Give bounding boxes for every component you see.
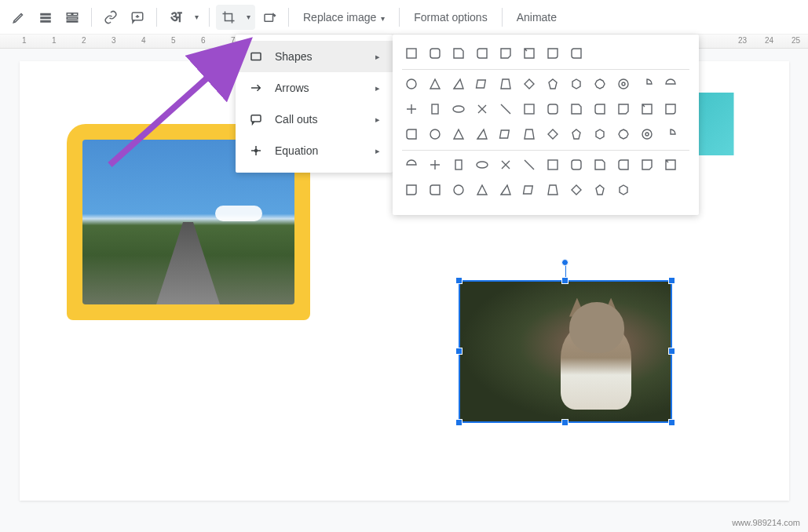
shape-option-5-11[interactable]: [661, 155, 680, 174]
shape-option-2-11[interactable]: [661, 75, 680, 93]
table-icon[interactable]: [33, 5, 58, 30]
shape-option-5-10[interactable]: [638, 155, 656, 174]
menu-item-arrows[interactable]: Arrows ▸: [236, 72, 393, 104]
resize-handle-mr[interactable]: [668, 348, 675, 355]
shape-option-4-6[interactable]: [543, 125, 562, 144]
resize-handle-ml[interactable]: [455, 348, 462, 355]
shape-option-1-4[interactable]: [496, 44, 515, 63]
shape-option-6-3[interactable]: [473, 180, 492, 199]
shape-row-2: [402, 75, 689, 93]
shape-option-3-8[interactable]: [590, 100, 609, 118]
shape-option-6-2[interactable]: [449, 180, 468, 199]
resize-handle-bm[interactable]: [561, 419, 569, 426]
shape-option-2-0[interactable]: [402, 75, 421, 93]
shape-option-5-5[interactable]: [520, 155, 539, 174]
shape-option-1-0[interactable]: [402, 44, 421, 63]
shape-option-5-3[interactable]: [473, 155, 492, 174]
shape-option-2-10[interactable]: [638, 75, 656, 93]
replace-image-button[interactable]: Replace image ▾: [295, 6, 393, 28]
shape-option-1-5[interactable]: [520, 44, 539, 63]
shape-option-5-9[interactable]: [614, 155, 633, 174]
shape-option-5-1[interactable]: [426, 155, 444, 174]
shape-option-1-2[interactable]: [449, 44, 468, 63]
resize-handle-tl[interactable]: [455, 277, 462, 284]
shape-option-4-4[interactable]: [496, 125, 515, 144]
shape-option-5-4[interactable]: [496, 155, 515, 174]
resize-handle-tr[interactable]: [668, 277, 675, 284]
shape-option-4-10[interactable]: [638, 125, 656, 144]
shape-option-3-6[interactable]: [543, 100, 562, 118]
shape-option-6-5[interactable]: [520, 180, 539, 199]
shape-option-6-4[interactable]: [496, 180, 515, 199]
shape-option-3-7[interactable]: [567, 100, 586, 118]
comment-icon[interactable]: [125, 5, 150, 30]
menu-item-shapes[interactable]: Shapes ▸: [236, 41, 393, 72]
shape-option-2-2[interactable]: [449, 75, 468, 93]
shape-option-4-0[interactable]: [402, 125, 421, 144]
shape-option-2-4[interactable]: [496, 75, 515, 93]
shape-option-6-0[interactable]: [402, 180, 421, 199]
shape-option-4-3[interactable]: [473, 125, 492, 144]
shape-option-5-6[interactable]: [543, 155, 562, 174]
link-icon[interactable]: [98, 5, 123, 30]
shape-option-2-9[interactable]: [614, 75, 633, 93]
shape-option-5-2[interactable]: [449, 155, 468, 174]
svg-rect-27: [548, 104, 558, 114]
format-options-button[interactable]: Format options: [406, 6, 495, 28]
shape-option-2-7[interactable]: [567, 75, 586, 93]
shape-option-6-7[interactable]: [567, 180, 586, 199]
shape-option-5-0[interactable]: [402, 155, 421, 174]
shape-option-3-0[interactable]: [402, 100, 421, 118]
shape-option-5-8[interactable]: [590, 155, 609, 174]
shape-option-1-1[interactable]: [426, 44, 444, 63]
shape-option-2-6[interactable]: [543, 75, 562, 93]
shape-option-6-1[interactable]: [426, 180, 444, 199]
shape-option-3-1[interactable]: [426, 100, 444, 118]
shape-option-4-7[interactable]: [567, 125, 586, 144]
shape-option-4-2[interactable]: [449, 125, 468, 144]
shape-option-6-8[interactable]: [590, 180, 609, 199]
animate-button[interactable]: Animate: [509, 6, 565, 28]
menu-item-equation[interactable]: Equation ▸: [236, 135, 393, 166]
menu-item-callouts[interactable]: Call outs ▸: [236, 104, 393, 135]
shape-option-2-5[interactable]: [520, 75, 539, 93]
arrows-icon: [248, 80, 264, 96]
dropdown-caret-icon[interactable]: ▾: [190, 5, 203, 30]
reset-image-icon[interactable]: [257, 5, 282, 30]
text-style-icon[interactable]: अ: [163, 5, 188, 30]
svg-rect-5: [67, 17, 78, 19]
shape-option-3-5[interactable]: [520, 100, 539, 118]
shape-option-3-9[interactable]: [614, 100, 633, 118]
crop-dropdown[interactable]: ▾: [216, 5, 255, 30]
selection-border: [459, 280, 672, 423]
rotate-handle[interactable]: [561, 259, 569, 266]
shape-option-5-7[interactable]: [567, 155, 586, 174]
shape-option-4-1[interactable]: [426, 125, 444, 144]
shape-option-6-6[interactable]: [543, 180, 562, 199]
shape-option-1-3[interactable]: [473, 44, 492, 63]
crop-caret-icon[interactable]: ▾: [241, 5, 255, 30]
shape-option-3-2[interactable]: [449, 100, 468, 118]
shape-option-4-11[interactable]: [661, 125, 680, 144]
crop-icon[interactable]: [216, 5, 241, 30]
svg-marker-43: [477, 185, 487, 195]
resize-handle-bl[interactable]: [455, 419, 462, 426]
shape-option-4-5[interactable]: [520, 125, 539, 144]
shape-option-3-4[interactable]: [496, 100, 515, 118]
selected-image[interactable]: [459, 281, 671, 422]
resize-handle-tm[interactable]: [561, 277, 569, 284]
shape-option-3-3[interactable]: [473, 100, 492, 118]
shape-option-1-7[interactable]: [567, 44, 586, 63]
layout-icon[interactable]: [60, 5, 85, 30]
resize-handle-br[interactable]: [668, 419, 675, 426]
shape-option-3-10[interactable]: [638, 100, 656, 118]
shape-option-4-9[interactable]: [614, 125, 633, 144]
shape-option-3-11[interactable]: [661, 100, 680, 118]
shape-option-1-6[interactable]: [543, 44, 562, 63]
edit-tool-icon[interactable]: [6, 5, 31, 30]
shape-option-2-3[interactable]: [473, 75, 492, 93]
shape-option-6-9[interactable]: [614, 180, 633, 199]
shape-option-2-1[interactable]: [426, 75, 444, 93]
shape-option-2-8[interactable]: [590, 75, 609, 93]
shape-option-4-8[interactable]: [590, 125, 609, 144]
